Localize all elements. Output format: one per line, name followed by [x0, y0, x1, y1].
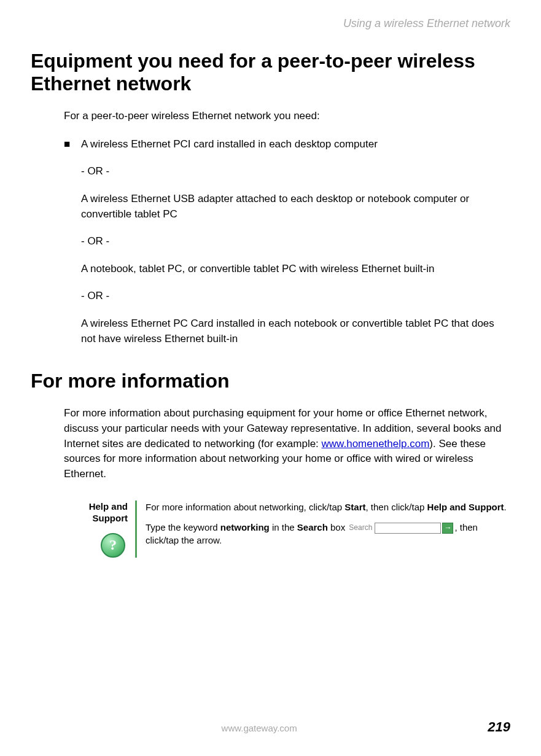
text: Type the keyword: [146, 522, 220, 532]
help-paragraph-1: For more information about networking, c…: [146, 501, 510, 513]
help-right-column: For more information about networking, c…: [146, 501, 510, 558]
help-label: Help and Support: [64, 501, 128, 524]
search-field-label: Search: [349, 523, 372, 533]
page-footer: www.gateway.com 219: [0, 719, 541, 735]
text: box: [328, 522, 348, 532]
bullet-item-3: A notebook, tablet PC, or convertible ta…: [81, 262, 510, 277]
help-left-column: Help and Support ?: [64, 501, 135, 558]
help-paragraph-2: Type the keyword networking in the Searc…: [146, 521, 510, 547]
search-word: Search: [297, 522, 328, 532]
keyword-networking: networking: [220, 522, 270, 532]
text: .: [504, 502, 507, 512]
running-header: Using a wireless Ethernet network: [31, 17, 510, 30]
or-separator: - OR -: [81, 234, 510, 249]
bullet-item-4: A wireless Ethernet PC Card installed in…: [81, 316, 510, 346]
bullet-item-1: A wireless Ethernet PCI card installed i…: [81, 137, 510, 152]
intro-paragraph: For a peer-to-peer wireless Ethernet net…: [64, 110, 510, 122]
more-info-paragraph: For more information about purchasing eq…: [64, 406, 510, 481]
search-input[interactable]: [375, 523, 441, 534]
bullet-list: ■ A wireless Ethernet PCI card installed…: [64, 137, 510, 359]
heading-more-info: For more information: [31, 370, 510, 392]
text: in the: [270, 522, 297, 532]
start-label: Start: [344, 502, 365, 512]
bullet-content: A wireless Ethernet PCI card installed i…: [81, 137, 510, 359]
help-and-support-box: Help and Support ? For more information …: [64, 501, 510, 558]
help-divider: [135, 501, 137, 558]
page-number: 219: [488, 719, 510, 735]
text: For more information about networking, c…: [146, 502, 344, 512]
or-separator: - OR -: [81, 164, 510, 179]
help-support-label: Help and Support: [427, 502, 504, 512]
footer-url: www.gateway.com: [31, 723, 488, 733]
search-widget: Search→: [349, 523, 453, 534]
heading-equipment: Equipment you need for a peer-to-peer wi…: [31, 50, 510, 95]
or-separator: - OR -: [81, 289, 510, 304]
search-arrow-button[interactable]: →: [442, 523, 453, 534]
bullet-marker: ■: [64, 137, 81, 359]
help-icon: ?: [101, 533, 125, 558]
text: , then click/tap: [366, 502, 427, 512]
homenethelp-link[interactable]: www.homenethelp.com: [322, 438, 430, 450]
bullet-item-2: A wireless Ethernet USB adapter attached…: [81, 192, 510, 222]
